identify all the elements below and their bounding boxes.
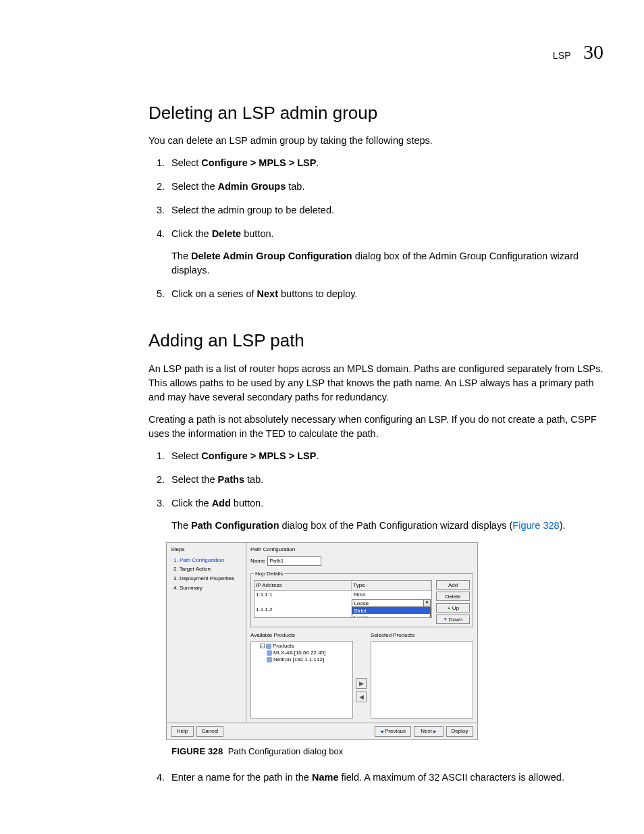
name-input[interactable] (267, 556, 321, 566)
dialog-title: Path Configuration (250, 546, 473, 554)
cell-ip: 1.1.1.2 (254, 599, 352, 619)
wizard-step[interactable]: 1. Path Configuration (173, 556, 242, 565)
step-bold: Configure > MPLS > LSP (201, 450, 316, 461)
wizard-step[interactable]: 2. Target Action (173, 565, 242, 573)
section2-para1: An LSP path is a list of router hops acr… (149, 362, 603, 405)
chapter-number: 30 (583, 37, 603, 67)
device-icon (267, 650, 272, 656)
table-row[interactable]: 1.1.1.2 Loose ▼ (254, 599, 431, 619)
step-text: button. (231, 498, 263, 509)
list-item: Select the Paths tab. (167, 473, 603, 487)
step-text: buttons to deploy. (278, 288, 357, 299)
previous-button[interactable]: ◀Previous (375, 726, 411, 737)
next-button[interactable]: Next▶ (414, 726, 444, 737)
tree-leaf[interactable]: NetIron [192.1.1.112] (253, 656, 350, 663)
hop-table[interactable]: IP Address Type 1.1.1.1 Strict (254, 580, 432, 618)
step-text: Select the (171, 181, 218, 192)
tree-label: NetIron [192.1.1.112] (273, 656, 324, 664)
triangle-right-icon: ▶ (359, 679, 364, 688)
hop-details-group: Hop Details IP Address Type (250, 570, 473, 628)
cell-ip: 1.1.1.1 (254, 590, 352, 598)
step-bold: Next (257, 288, 278, 299)
step-text: tab. (286, 181, 304, 192)
step-bold: Paths (218, 474, 245, 485)
combo-option[interactable]: Loose (352, 614, 430, 619)
figure-caption: FIGURE 328 Path Configuration dialog box (171, 746, 603, 758)
btn-label: Down (449, 616, 462, 624)
step-text: Select the (171, 474, 218, 485)
path-config-dialog: Steps 1. Path Configuration 2. Target Ac… (166, 542, 478, 740)
step-text: Click on a series of (171, 288, 257, 299)
selected-products-box[interactable] (371, 641, 473, 719)
list-item: Enter a name for the path in the Name fi… (167, 771, 603, 785)
step-bold: Delete (212, 228, 242, 239)
wizard-step[interactable]: 4. Summary (173, 584, 242, 592)
list-item: Select Configure > MPLS > LSP. (167, 156, 603, 170)
btn-label: Deploy (452, 727, 468, 735)
step-text: . (316, 157, 319, 168)
step-text: Click the (171, 498, 212, 509)
section2-steps: Select Configure > MPLS > LSP. Select th… (149, 449, 603, 785)
btn-label: Cancel (202, 727, 219, 735)
step-text: Select the admin group to be deleted. (171, 205, 334, 215)
available-products-tree[interactable]: − Products MLX-4A [10.66.22.45] NetIron … (250, 641, 353, 719)
move-right-button[interactable]: ▶ (356, 678, 367, 689)
step-text: . (316, 450, 319, 461)
step-text: Click the (171, 228, 212, 239)
step-text: button. (241, 228, 273, 239)
section2-para2: Creating a path is not absolutely necess… (149, 413, 603, 441)
sub-text: dialog box of the Path Configuration wiz… (279, 520, 513, 531)
section-heading-add: Adding an LSP path (149, 328, 603, 354)
up-button[interactable]: ▲Up (436, 603, 470, 613)
step-bold: Configure > MPLS > LSP (201, 157, 316, 168)
running-header-text: LSP (553, 49, 571, 62)
figure-ref-link[interactable]: Figure 328 (512, 520, 559, 531)
wizard-steps-header: Steps (171, 546, 242, 554)
wizard-steps-panel: Steps 1. Path Configuration 2. Target Ac… (167, 543, 246, 723)
list-item: Select Configure > MPLS > LSP. (167, 449, 603, 463)
triangle-left-icon: ◀ (380, 729, 383, 735)
combo-value: Loose (354, 600, 369, 606)
folder-icon (266, 644, 271, 649)
triangle-right-icon: ▶ (433, 729, 437, 735)
wizard-step[interactable]: 3. Deployment Properties (173, 575, 242, 583)
triangle-down-icon: ▼ (444, 617, 448, 623)
deploy-button[interactable]: Deploy (446, 726, 473, 737)
figure-caption-text: Path Configuration dialog box (228, 746, 344, 756)
sub-text: ). (560, 520, 566, 531)
btn-label: Help (177, 727, 188, 735)
combo-option[interactable]: Strict (352, 607, 430, 614)
step-text: field. A maximum of 32 ASCII characters … (338, 772, 564, 783)
btn-label: Next (421, 727, 431, 735)
step-bold: Name (312, 772, 339, 783)
delete-button[interactable]: Delete (436, 592, 470, 601)
cancel-button[interactable]: Cancel (196, 726, 223, 737)
col-type: Type (352, 581, 431, 590)
device-icon (267, 657, 272, 662)
sub-bold: Path Configuration (191, 520, 279, 531)
type-combo[interactable]: Loose ▼ (352, 599, 431, 607)
step-text: tab. (244, 474, 263, 485)
running-header: LSP 30 (41, 37, 603, 67)
add-button[interactable]: Add (436, 580, 470, 590)
step-text: Select (171, 157, 201, 168)
figure-number: FIGURE 328 (171, 746, 223, 756)
btn-label: Up (452, 604, 459, 613)
help-button[interactable]: Help (171, 726, 194, 737)
list-item: Click the Add button. The Path Configura… (167, 496, 603, 758)
down-button[interactable]: ▼Down (436, 615, 470, 624)
triangle-up-icon: ▲ (447, 605, 451, 611)
step-bold: Admin Groups (218, 181, 286, 192)
btn-label: Previous (385, 727, 406, 735)
btn-label: Add (448, 581, 458, 590)
list-item: Select the admin group to be deleted. (167, 203, 603, 217)
move-left-button[interactable]: ◀ (356, 692, 367, 702)
section-heading-delete: Deleting an LSP admin group (149, 101, 603, 126)
list-item: Select the Admin Groups tab. (167, 180, 603, 194)
table-row[interactable]: 1.1.1.1 Strict (254, 590, 431, 598)
section1-steps: Select Configure > MPLS > LSP. Select th… (149, 156, 603, 301)
hop-details-legend: Hop Details (254, 570, 284, 578)
collapse-icon[interactable]: − (260, 644, 265, 648)
name-label: Name (250, 557, 265, 565)
step-subtext: The Path Configuration dialog box of the… (171, 519, 603, 533)
